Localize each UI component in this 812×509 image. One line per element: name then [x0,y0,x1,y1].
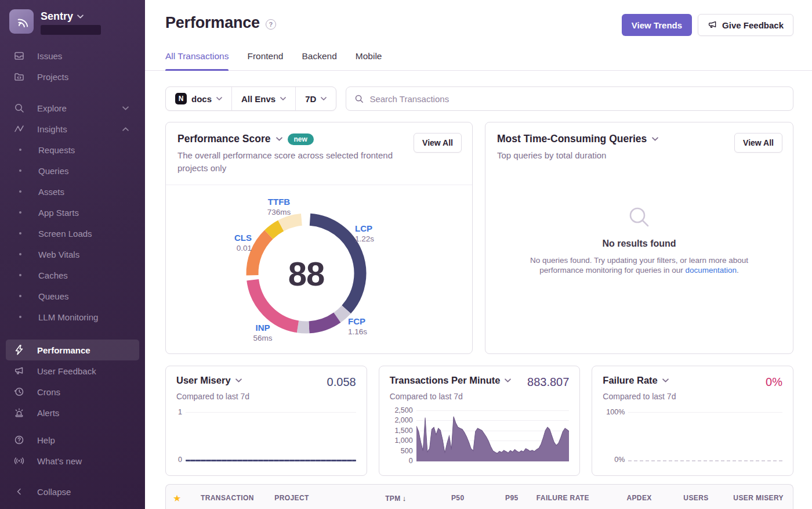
documentation-link[interactable]: documentation [686,266,737,275]
tpm-title[interactable]: Transactions Per Minute [390,375,501,386]
org-subtitle-redacted [41,25,101,35]
view-all-button[interactable]: View All [734,133,782,153]
chevron-down-icon [77,15,84,19]
lightning-icon [14,345,24,355]
give-feedback-button[interactable]: Give Feedback [698,14,793,36]
chevron-up-icon [122,127,129,131]
tpm-chart: 2,500 2,000 1,500 1,000 500 0 [390,408,570,461]
col-user-misery[interactable]: USER MISERY [709,494,784,502]
bullet-icon [19,316,21,318]
siren-icon [14,407,24,418]
chevron-down-icon[interactable] [652,137,658,141]
time-consuming-queries-card: Most Time-Consuming Queries Top queries … [485,122,793,354]
search-empty-icon [626,204,652,230]
sidebar-item-llm-monitoring[interactable]: LLM Monitoring [0,306,145,327]
main-content: Performance ? View Trends Give Feedback … [145,0,812,509]
chevron-down-icon [280,97,286,100]
col-users[interactable]: USERS [652,494,709,502]
project-selector[interactable]: N docs [166,87,231,110]
vital-ttfb: TTFB 736ms [253,197,305,216]
queries-card-title[interactable]: Most Time-Consuming Queries [497,133,647,145]
sidebar-item-caches[interactable]: Caches [0,265,145,286]
sidebar-item-insights[interactable]: Insights [0,118,145,139]
chevron-down-icon[interactable] [235,378,242,382]
clock-history-icon [14,387,24,397]
tab-bar: All Transactions Frontend Backend Mobile [145,51,812,71]
user-misery-title[interactable]: User Misery [176,375,231,386]
megaphone-icon [14,366,24,376]
chevron-down-icon [122,106,129,110]
sidebar-item-alerts[interactable]: Alerts [0,402,145,423]
transactions-table: ★ TRANSACTION PROJECT TPM↓ P50 P95 FAILU… [165,484,793,509]
star-icon[interactable]: ★ [173,493,201,504]
sidebar-item-issues[interactable]: Issues [0,45,145,66]
failure-rate-value: 0% [766,376,782,389]
tab-backend[interactable]: Backend [302,51,336,70]
sidebar-item-screen-loads[interactable]: Screen Loads [0,223,145,244]
sidebar: Sentry Issues Projects Explore Insights … [0,0,145,509]
sidebar-item-explore[interactable]: Explore [0,98,145,118]
sidebar-item-queries[interactable]: Queries [0,160,145,181]
pulse-icon [14,124,24,134]
chevron-down-icon[interactable] [276,137,282,141]
sidebar-item-performance[interactable]: Performance [6,340,139,360]
sidebar-item-user-feedback[interactable]: User Feedback [0,360,145,381]
col-apdex[interactable]: APDEX [589,494,652,502]
empty-state-text: No queries found. Try updating your filt… [525,255,754,276]
bullet-icon [19,169,21,172]
col-failure-rate[interactable]: FAILURE RATE [519,494,589,502]
vital-inp: INP 56ms [242,323,283,342]
sidebar-item-requests[interactable]: Requests [0,139,145,160]
environment-selector[interactable]: All Envs [232,87,295,110]
search-transactions-input[interactable] [369,94,785,104]
broadcast-icon [14,456,24,466]
projects-icon [14,71,24,82]
bullet-icon [19,149,21,151]
col-tpm[interactable]: TPM↓ [344,494,407,503]
org-switcher[interactable]: Sentry [0,0,145,38]
col-p95[interactable]: P95 [465,494,519,502]
chevron-down-icon[interactable] [662,378,669,382]
tab-frontend[interactable]: Frontend [247,51,283,70]
sidebar-collapse-button[interactable]: Collapse [0,481,145,502]
tab-mobile[interactable]: Mobile [356,51,382,70]
sidebar-item-help[interactable]: Help [0,429,145,450]
sort-desc-icon: ↓ [403,494,407,503]
col-project[interactable]: PROJECT [274,494,344,502]
performance-score-title[interactable]: Performance Score [177,133,271,145]
sidebar-item-queues[interactable]: Queues [0,286,145,306]
search-transactions-box[interactable] [346,86,793,111]
tab-all-transactions[interactable]: All Transactions [165,51,229,70]
org-name: Sentry [41,10,73,23]
sidebar-item-assets[interactable]: Assets [0,181,145,202]
col-p50[interactable]: P50 [407,494,465,502]
bullet-icon [19,211,21,214]
page-title: Performance [165,14,260,32]
sidebar-item-crons[interactable]: Crons [0,381,145,402]
date-range-selector[interactable]: 7D [296,87,336,110]
chevron-down-icon[interactable] [505,378,511,382]
user-misery-chart: 1 0 [176,408,356,461]
sidebar-item-projects[interactable]: Projects [0,66,145,87]
bullet-icon [19,232,21,234]
vital-lcp: LCP 1.22s [355,223,374,243]
failure-rate-chart: 100% 0% [603,408,782,461]
vital-fcp: FCP 1.16s [348,316,367,336]
failure-rate-title[interactable]: Failure Rate [603,375,657,386]
failure-rate-card: Failure Rate 0% Compared to last 7d 100%… [592,366,793,476]
user-misery-line [186,460,356,461]
col-transaction[interactable]: TRANSACTION [201,494,274,502]
sidebar-item-app-starts[interactable]: App Starts [0,202,145,223]
bullet-icon [19,295,21,297]
bullet-icon [19,253,21,255]
transactions-table-header: ★ TRANSACTION PROJECT TPM↓ P50 P95 FAILU… [166,485,793,509]
sidebar-item-web-vitals[interactable]: Web Vitals [0,244,145,265]
new-badge: new [288,133,314,145]
help-tooltip-icon[interactable]: ? [266,19,276,30]
nextjs-platform-icon: N [175,93,187,104]
performance-score-subtitle: The overall performance score across sel… [177,149,393,175]
view-trends-button[interactable]: View Trends [622,14,692,36]
view-all-button[interactable]: View All [414,133,462,153]
tpm-card: Transactions Per Minute 883.807 Compared… [379,366,581,476]
sidebar-item-whats-new[interactable]: What's new [0,450,145,471]
